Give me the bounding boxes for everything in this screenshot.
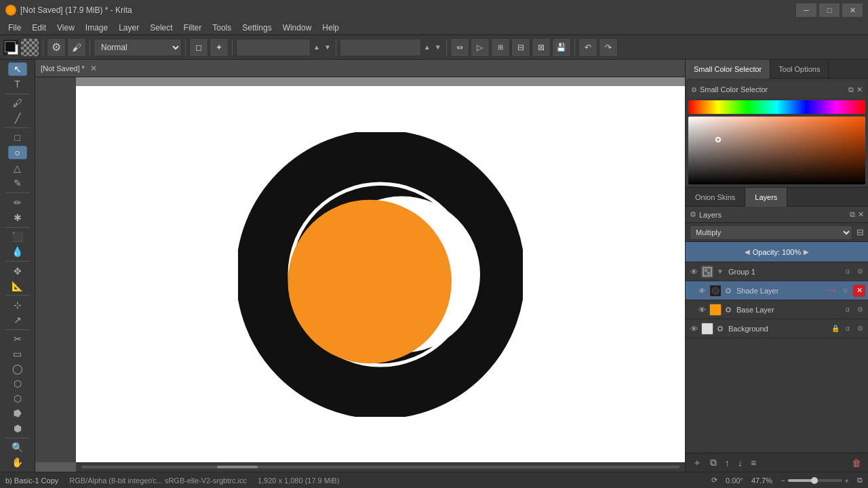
color-panel-close-button[interactable]: ✕ bbox=[856, 85, 863, 94]
move-layer-down-button[interactable]: ↓ bbox=[735, 456, 745, 470]
undo-button[interactable]: ↶ bbox=[578, 38, 597, 57]
layer-opacity-value[interactable]: Opacity: 100% bbox=[753, 248, 802, 256]
canvas-content[interactable] bbox=[76, 77, 685, 472]
save-incremental-button[interactable]: 💾 bbox=[552, 38, 571, 57]
contiguous-select-button[interactable]: ⬡ bbox=[8, 377, 27, 390]
multibrush-button[interactable]: ⊟ bbox=[511, 38, 530, 57]
eraser-button[interactable]: ◻ bbox=[189, 38, 208, 57]
add-layer-button[interactable]: ＋ bbox=[690, 455, 705, 470]
menu-settings[interactable]: Settings bbox=[237, 22, 277, 34]
layers-close-button[interactable]: ✕ bbox=[858, 210, 864, 219]
tab-layers[interactable]: Layers bbox=[745, 188, 787, 207]
color-swatch-bg[interactable] bbox=[3, 39, 19, 56]
tab-small-color-selector[interactable]: Small Color Selector bbox=[686, 60, 770, 79]
menu-select[interactable]: Select bbox=[144, 22, 178, 34]
layer-alpha-bg[interactable]: α bbox=[842, 323, 853, 334]
smart-patch-button[interactable]: ✱ bbox=[8, 211, 27, 224]
opacity-up-arrow[interactable]: ▲ bbox=[312, 42, 321, 52]
opacity-input[interactable]: Opacity: 100% bbox=[236, 39, 311, 56]
menu-view[interactable]: View bbox=[52, 22, 80, 34]
menu-tools[interactable]: Tools bbox=[207, 22, 237, 34]
close-button[interactable]: ✕ bbox=[842, 3, 863, 17]
wrap-button[interactable]: ✦ bbox=[210, 38, 229, 57]
layer-item-shade[interactable]: 👁 Shade Layer → α ✕ bbox=[686, 281, 868, 300]
layer-alpha-lock-base[interactable]: α bbox=[842, 304, 853, 315]
zoom-tool-button[interactable]: 🔍 bbox=[8, 441, 27, 454]
zoom-out-button[interactable]: − bbox=[781, 476, 785, 485]
layer-visibility-shade[interactable]: 👁 bbox=[696, 285, 707, 296]
blend-mode-select[interactable]: Normal Multiply Screen Overlay bbox=[94, 39, 182, 56]
opacity-down-arrow[interactable]: ▼ bbox=[323, 42, 332, 52]
layer-item-base[interactable]: 👁 Base Layer α ⚙ bbox=[686, 300, 868, 319]
selection-brush-button[interactable]: ⭓ bbox=[8, 407, 27, 420]
duplicate-layer-button[interactable]: ⧉ bbox=[707, 455, 719, 470]
opacity-decrement-button[interactable]: ◀ bbox=[745, 248, 750, 256]
canvas-hscroll[interactable] bbox=[76, 462, 685, 472]
layer-visibility-group1[interactable]: 👁 bbox=[688, 266, 699, 277]
pattern-display[interactable] bbox=[20, 38, 39, 57]
redo-button[interactable]: ↷ bbox=[599, 38, 618, 57]
pan-tool-button[interactable]: ✋ bbox=[8, 455, 27, 469]
minimize-button[interactable]: ─ bbox=[796, 3, 816, 17]
line-tool-button[interactable]: ╱ bbox=[8, 111, 27, 125]
brush-presets-button[interactable]: 🖌 bbox=[67, 38, 86, 57]
brush-settings-button[interactable]: ⚙ bbox=[47, 38, 66, 57]
crop-tool-button[interactable]: ✂ bbox=[8, 333, 27, 346]
layer-lock-bg[interactable]: 🔒 bbox=[830, 323, 841, 334]
size-up-arrow[interactable]: ▲ bbox=[422, 42, 432, 52]
opacity-increment-button[interactable]: ▶ bbox=[804, 248, 809, 256]
layer-alpha-lock-group1[interactable]: α bbox=[842, 266, 853, 277]
layers-float-button[interactable]: ⧉ bbox=[850, 210, 855, 219]
mirror-h-button[interactable]: ⇔ bbox=[450, 38, 469, 57]
canvas-white[interactable] bbox=[76, 86, 685, 463]
menu-file[interactable]: File bbox=[3, 22, 26, 34]
rectangle-tool-button[interactable]: □ bbox=[8, 131, 27, 144]
layer-alpha-lock-shade[interactable]: α bbox=[840, 285, 851, 296]
color-picker-box[interactable] bbox=[688, 117, 865, 184]
move-layer-up-button[interactable]: ↑ bbox=[722, 456, 732, 470]
layer-properties-button[interactable]: ≡ bbox=[748, 456, 759, 470]
canvas-settings-button[interactable]: ⧉ bbox=[857, 476, 863, 485]
menu-image[interactable]: Image bbox=[80, 22, 113, 34]
wrap-canvas-button[interactable]: ⊞ bbox=[491, 38, 510, 57]
menu-layer[interactable]: Layer bbox=[113, 22, 144, 34]
mirror-v-button[interactable]: ▷ bbox=[471, 38, 490, 57]
menu-help[interactable]: Help bbox=[317, 22, 344, 34]
polygon-tool-button[interactable]: △ bbox=[8, 162, 27, 176]
canvas-close-button[interactable]: ✕ bbox=[90, 64, 97, 73]
layer-visibility-bg[interactable]: 👁 bbox=[688, 323, 699, 334]
freehand-selection-button[interactable]: ✎ bbox=[8, 176, 27, 190]
selection-ellipse-button[interactable]: ◯ bbox=[8, 362, 27, 375]
calligraphy-tool-button[interactable]: 🖋 bbox=[8, 96, 27, 110]
layer-settings-base[interactable]: ⚙ bbox=[854, 304, 865, 315]
size-down-arrow[interactable]: ▼ bbox=[433, 42, 443, 52]
fill-tool-button[interactable]: ⬛ bbox=[8, 230, 27, 243]
select-tool-button[interactable]: ↖ bbox=[8, 62, 27, 76]
color-panel-float-button[interactable]: ⧉ bbox=[848, 85, 854, 94]
group-fold-icon[interactable]: ▼ bbox=[715, 267, 725, 277]
transform-tool-button[interactable]: ✥ bbox=[8, 264, 27, 278]
reference-tool-button[interactable]: ↗ bbox=[8, 313, 27, 327]
delete-layer-button[interactable]: 🗑 bbox=[849, 456, 864, 470]
selection-rect-button[interactable]: ▭ bbox=[8, 347, 27, 361]
menu-edit[interactable]: Edit bbox=[26, 22, 52, 34]
zoom-bar[interactable] bbox=[788, 479, 842, 482]
layer-visibility-base[interactable]: 👁 bbox=[696, 304, 707, 315]
layer-item-background[interactable]: 👁 Background 🔒 α ⚙ bbox=[686, 319, 868, 338]
color-panel-settings-icon[interactable]: ⚙ bbox=[691, 86, 697, 94]
zoom-bar-thumb[interactable] bbox=[811, 477, 818, 484]
assistants-button[interactable]: ⊠ bbox=[532, 38, 551, 57]
maximize-button[interactable]: □ bbox=[819, 3, 840, 17]
layer-blend-mode-select[interactable]: Multiply Normal Screen Overlay bbox=[690, 225, 852, 240]
tab-tool-options[interactable]: Tool Options bbox=[770, 60, 829, 79]
text-tool-button[interactable]: T bbox=[8, 77, 27, 91]
layer-settings-bg[interactable]: ⚙ bbox=[854, 323, 865, 334]
blend-filter-button[interactable]: ⊟ bbox=[856, 227, 864, 237]
menu-window[interactable]: Window bbox=[277, 22, 317, 34]
size-input[interactable]: Size: 133.04 px bbox=[340, 39, 421, 56]
magnetic-select-button[interactable]: ⬢ bbox=[8, 422, 27, 435]
zoom-in-button[interactable]: + bbox=[845, 476, 849, 485]
layer-lock-group1[interactable]: ⚙ bbox=[854, 266, 865, 277]
tab-onion-skins[interactable]: Onion Skins bbox=[686, 188, 745, 207]
eyedropper-tool-button[interactable]: 💧 bbox=[8, 245, 27, 258]
